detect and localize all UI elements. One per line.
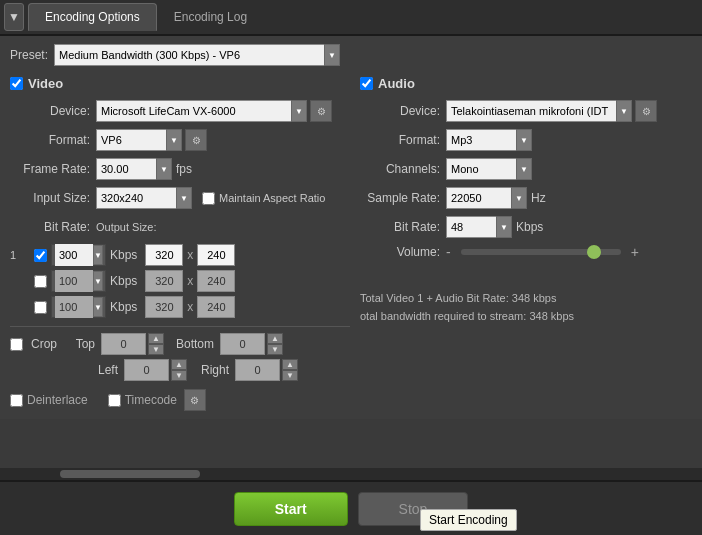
crop-checkbox[interactable] [10, 338, 23, 351]
crop-right-input[interactable] [235, 359, 280, 381]
preset-dropdown-btn[interactable]: ▼ [324, 44, 340, 66]
video-device-input[interactable] [96, 100, 291, 122]
video-inputsize-input[interactable] [96, 187, 176, 209]
timecode-label: Timecode [125, 393, 177, 407]
video-format-settings-btn[interactable]: ⚙ [185, 129, 207, 151]
bitrate-2-input[interactable] [55, 270, 93, 292]
crop-top-label: Top [65, 337, 95, 351]
audio-samplerate-input[interactable] [446, 187, 511, 209]
video-inputsize-dropdown[interactable]: ▼ [176, 187, 192, 209]
audio-device-input[interactable] [446, 100, 616, 122]
volume-slider-thumb[interactable] [587, 245, 601, 259]
out-h-1[interactable] [197, 244, 235, 266]
timecode-settings-btn[interactable]: ⚙ [184, 389, 206, 411]
bitrate-1-checkbox[interactable] [34, 249, 47, 262]
bitrate-2-slider-wrap: ▼ [51, 270, 106, 292]
video-device-label: Device: [10, 104, 90, 118]
crop-bottom-spin: ▲ ▼ [267, 333, 283, 355]
tab-arrow[interactable]: ▼ [4, 3, 24, 31]
audio-bitrate-input[interactable] [446, 216, 496, 238]
crop-bottom-up[interactable]: ▲ [267, 333, 283, 344]
crop-lr-row: Left ▲ ▼ Right ▲ ▼ [88, 359, 350, 381]
audio-bitrate-row: Bit Rate: ▼ Kbps [360, 215, 692, 239]
total-bitrate-value: 348 kbps [512, 292, 557, 304]
out-h-3[interactable] [197, 296, 235, 318]
audio-format-input[interactable] [446, 129, 516, 151]
video-device-settings-btn[interactable]: ⚙ [310, 100, 332, 122]
bitrate-3-unit: Kbps [110, 300, 137, 314]
crop-bottom-input[interactable] [220, 333, 265, 355]
crop-top-input[interactable] [101, 333, 146, 355]
video-framerate-dropdown[interactable]: ▼ [156, 158, 172, 180]
start-encoding-button[interactable]: Start [234, 492, 348, 526]
out-w-2[interactable] [145, 270, 183, 292]
video-format-input[interactable] [96, 129, 166, 151]
audio-channels-input[interactable] [446, 158, 516, 180]
timecode-checkbox[interactable] [108, 394, 121, 407]
out-h-2[interactable] [197, 270, 235, 292]
crop-left-spin: ▲ ▼ [171, 359, 187, 381]
audio-format-combo: ▼ [446, 129, 532, 151]
crop-right-down[interactable]: ▼ [282, 370, 298, 381]
bitrate-num-3 [10, 301, 30, 313]
crop-left-up[interactable]: ▲ [171, 359, 187, 370]
volume-slider-track[interactable] [461, 249, 621, 255]
audio-format-dropdown[interactable]: ▼ [516, 129, 532, 151]
preset-input[interactable] [54, 44, 324, 66]
volume-plus-icon: + [631, 244, 639, 260]
audio-channels-label: Channels: [360, 162, 440, 176]
video-format-dropdown[interactable]: ▼ [166, 129, 182, 151]
main-content: Preset: ▼ Video Device: ▼ ⚙ [0, 36, 702, 419]
bottom-bar: Start Stop [0, 480, 702, 535]
audio-header: Audio [360, 76, 692, 91]
bitrate-3-checkbox[interactable] [34, 301, 47, 314]
audio-bitrate-label: Bit Rate: [360, 220, 440, 234]
bitrate-row-2: ▼ Kbps x [10, 270, 350, 292]
x-sep-1: x [187, 248, 193, 262]
crop-top-down[interactable]: ▼ [148, 344, 164, 355]
video-device-dropdown[interactable]: ▼ [291, 100, 307, 122]
crop-right-spin: ▲ ▼ [282, 359, 298, 381]
scroll-thumb[interactable] [60, 470, 200, 478]
video-inputsize-row: Input Size: ▼ Maintain Aspect Ratio [10, 186, 350, 210]
bitrate-num-2 [10, 275, 30, 287]
crop-top-up[interactable]: ▲ [148, 333, 164, 344]
tab-encoding-log[interactable]: Encoding Log [157, 3, 264, 31]
bitrate-3-input[interactable] [55, 296, 93, 318]
video-bitrate-label: Bit Rate: [10, 220, 90, 234]
out-w-1[interactable] [145, 244, 183, 266]
tab-encoding-options[interactable]: Encoding Options [28, 3, 157, 31]
crop-left-down[interactable]: ▼ [171, 370, 187, 381]
bitrate-1-input[interactable] [55, 244, 93, 266]
audio-device-dropdown[interactable]: ▼ [616, 100, 632, 122]
audio-samplerate-row: Sample Rate: ▼ Hz [360, 186, 692, 210]
audio-channels-dropdown[interactable]: ▼ [516, 158, 532, 180]
out-w-3[interactable] [145, 296, 183, 318]
output-size-1: x [145, 244, 235, 266]
crop-right-label: Right [199, 363, 229, 377]
bitrate-3-dropdown[interactable]: ▼ [93, 297, 103, 317]
audio-channels-row: Channels: ▼ [360, 157, 692, 181]
video-framerate-input[interactable] [96, 158, 156, 180]
bitrate-1-dropdown[interactable]: ▼ [93, 245, 103, 265]
deinterlace-checkbox[interactable] [10, 394, 23, 407]
audio-bitrate-dropdown[interactable]: ▼ [496, 216, 512, 238]
crop-right-up[interactable]: ▲ [282, 359, 298, 370]
scrollbar[interactable] [0, 468, 702, 480]
tooltip-box: Start Encoding [420, 509, 517, 531]
audio-enable-checkbox[interactable] [360, 77, 373, 90]
maintain-aspect-checkbox[interactable] [202, 192, 215, 205]
crop-bottom-down[interactable]: ▼ [267, 344, 283, 355]
crop-left-input[interactable] [124, 359, 169, 381]
bitrate-2-dropdown[interactable]: ▼ [93, 271, 103, 291]
bitrate-2-checkbox[interactable] [34, 275, 47, 288]
video-inputsize-label: Input Size: [10, 191, 90, 205]
arrow-icon: ▼ [8, 10, 20, 24]
fps-unit: fps [176, 162, 192, 176]
bottom-options-row: Deinterlace Timecode ⚙ [10, 389, 350, 411]
video-enable-checkbox[interactable] [10, 77, 23, 90]
video-format-label: Format: [10, 133, 90, 147]
audio-device-settings-btn[interactable]: ⚙ [635, 100, 657, 122]
audio-samplerate-dropdown[interactable]: ▼ [511, 187, 527, 209]
volume-minus-icon: - [446, 244, 451, 260]
